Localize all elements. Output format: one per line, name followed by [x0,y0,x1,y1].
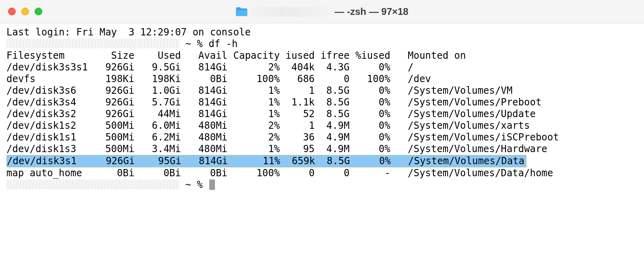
folder-icon [235,7,248,16]
terminal-line: /dev/disk1s1 500Mi 6.2Mi 480Mi 2% 36 4.9… [6,132,638,143]
terminal-line: /dev/disk3s6 926Gi 1.0Gi 814Gi 1% 1 8.5G… [6,85,638,97]
terminal-line: /dev/disk3s1 926Gi 95Gi 814Gi 11% 659k 8… [6,155,638,167]
window-titlebar: — -zsh — 97×18 [0,0,644,23]
terminal-line: ~ % df -h [6,38,638,50]
close-button[interactable] [8,8,16,15]
terminal-line: map auto_home 0Bi 0Bi 0Bi 100% 0 0 - /Sy… [6,167,638,179]
hostname-redacted [6,39,180,48]
terminal-line: Filesystem Size Used Avail Capacity iuse… [6,50,638,62]
hostname-redacted [6,179,180,189]
terminal-line: devfs 198Ki 198Ki 0Bi 100% 686 0 100% /d… [6,73,638,85]
title-text: — -zsh — 97×18 [334,6,408,17]
window-title: — -zsh — 97×18 [235,6,408,17]
terminal-line: /dev/disk3s4 926Gi 5.7Gi 814Gi 1% 1.1k 8… [6,97,638,108]
terminal-output[interactable]: Last login: Fri May 3 12:29:07 on consol… [0,23,644,194]
highlighted-row: /dev/disk3s1 926Gi 95Gi 814Gi 11% 659k 8… [6,155,526,167]
traffic-light-group [8,8,42,15]
terminal-line: Last login: Fri May 3 12:29:07 on consol… [6,27,638,38]
terminal-line: /dev/disk1s2 500Mi 6.0Mi 480Mi 2% 1 4.9M… [6,120,638,132]
cursor [209,179,215,190]
terminal-line: /dev/disk1s3 500Mi 3.4Mi 480Mi 1% 95 4.9… [6,143,638,155]
zoom-button[interactable] [35,8,42,15]
terminal-line: /dev/disk3s2 926Gi 44Mi 814Gi 1% 52 8.5G… [6,108,638,120]
terminal-line: /dev/disk3s3s1 926Gi 9.5Gi 814Gi 2% 404k… [6,62,638,73]
title-redacted [252,7,328,16]
minimize-button[interactable] [21,8,29,15]
terminal-line: ~ % [6,179,638,191]
